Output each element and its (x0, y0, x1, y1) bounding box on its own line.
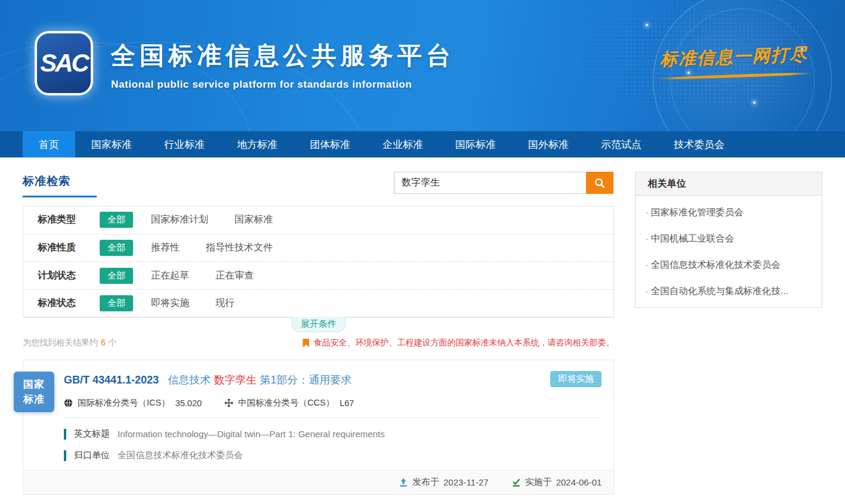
implemented-label: 实施于 (525, 477, 552, 488)
detail-label: 归口单位 (74, 450, 110, 461)
expand-conditions-button[interactable]: 展开条件 (292, 317, 346, 332)
filter-all-button[interactable]: 全部 (100, 295, 133, 311)
site-subtitle: National public service platform for sta… (111, 79, 455, 91)
category-badge-line1: 国家 (23, 377, 45, 392)
nav-item-industry-standards[interactable]: 行业标准 (148, 131, 221, 157)
filter-option-upcoming[interactable]: 即将实施 (151, 297, 189, 310)
filter-option-national-plan[interactable]: 国家标准计划 (151, 214, 208, 226)
sidebar-item-automation-systems-committee[interactable]: 全国自动化系统与集成标准化技... (636, 278, 822, 304)
sparkle-decoration (753, 101, 755, 104)
system-notice: 食品安全、环境保护、工程建设方面的国家标准未纳入本系统，请咨询相关部委。 (303, 338, 614, 348)
nav-item-pilot-demonstration[interactable]: 示范试点 (585, 131, 658, 157)
header-titles: 全国标准信息公共服务平台 National public service pla… (111, 39, 455, 91)
page-content: 标准检索 标准类型 全部 国家标准计划 国家标准 标准性质 (0, 157, 845, 494)
results-count-prefix: 为您找到相关结果约 (23, 338, 98, 347)
main-column: 标准检索 标准类型 全部 国家标准计划 国家标准 标准性质 (23, 157, 614, 494)
filter-option-guiding-technical-doc[interactable]: 指导性技术文件 (206, 242, 273, 254)
ccs-label: 中国标准分类号（CCS） (238, 397, 334, 409)
results-info-bar: 为您找到相关结果约6个 食品安全、环境保护、工程建设方面的国家标准未纳入本系统，… (23, 337, 614, 349)
detail-accent-bar (64, 450, 66, 461)
detail-accent-bar (64, 429, 66, 440)
filter-label: 标准类型 (38, 214, 100, 226)
related-units-list: 国家标准化管理委员会 中国机械工业联合会 全国信息技术标准化技术委员会 全国自动… (636, 196, 822, 304)
implemented-date: 2024-06-01 (556, 477, 602, 487)
compass-icon (224, 398, 233, 407)
category-badge: 国家 标准 (14, 372, 54, 412)
globe-icon (64, 398, 73, 407)
nav-item-group-standards[interactable]: 团体标准 (294, 131, 366, 157)
sparkle-decoration (646, 24, 648, 26)
category-badge-line2: 标准 (23, 392, 45, 407)
results-count: 为您找到相关结果约6个 (23, 338, 117, 348)
header-slogan: 标准信息一网打尽 (645, 42, 823, 81)
filter-row-standard-type: 标准类型 全部 国家标准计划 国家标准 (23, 206, 613, 234)
sidebar-item-it-standardization-committee[interactable]: 全国信息技术标准化技术委员会 (636, 252, 822, 278)
card-divider (64, 418, 602, 418)
sac-logo-text: SAC (40, 49, 88, 78)
results-count-number: 6 (101, 338, 106, 347)
filter-option-under-review[interactable]: 正在审查 (215, 270, 254, 282)
filter-option-recommended[interactable]: 推荐性 (151, 242, 180, 254)
filter-all-button[interactable]: 全部 (100, 268, 133, 284)
search-input[interactable] (394, 172, 586, 194)
ics-value: 35.020 (175, 398, 202, 408)
sac-logo[interactable]: SAC (35, 31, 93, 95)
filter-all-button[interactable]: 全部 (100, 240, 133, 256)
search-section: 标准检索 (23, 157, 614, 206)
card-body: GB/T 43441.1-2023 信息技术 数字孪生 第1部分：通用要求 即将… (23, 360, 613, 461)
ics-label: 国际标准分类号（ICS） (78, 397, 170, 409)
nav-item-technical-committees[interactable]: 技术委员会 (658, 131, 741, 157)
nav-item-foreign-standards[interactable]: 国外标准 (512, 131, 585, 157)
standard-code-link[interactable]: GB/T 43441.1-2023 (64, 374, 159, 386)
filter-option-current[interactable]: 现行 (215, 297, 235, 310)
filter-all-button[interactable]: 全部 (100, 212, 133, 228)
filter-option-drafting[interactable]: 正在起草 (151, 270, 189, 282)
publish-upload-icon (399, 478, 408, 487)
published-date: 2023-11-27 (443, 477, 489, 487)
filter-row-plan-status: 计划状态 全部 正在起草 正在审查 (23, 262, 613, 290)
nav-item-international-standards[interactable]: 国际标准 (439, 131, 512, 157)
search-button[interactable] (586, 172, 613, 194)
sidebar-item-machinery-federation[interactable]: 中国机械工业联合会 (636, 225, 822, 252)
published-date-item: 发布于 2023-11-27 (399, 477, 489, 488)
standard-result-card: 国家 标准 GB/T 43441.1-2023 信息技术 数字孪生 第1部分：通… (23, 360, 614, 494)
published-label: 发布于 (412, 477, 439, 488)
standard-title-segment[interactable]: 信息技术 (168, 374, 211, 386)
classification-row: 国际标准分类号（ICS） 35.020 中国标准分类号（CCS） L67 (64, 397, 602, 409)
nav-item-enterprise-standards[interactable]: 企业标准 (366, 131, 439, 157)
search-box (394, 172, 613, 194)
notice-text: 食品安全、环境保护、工程建设方面的国家标准未纳入本系统，请咨询相关部委。 (313, 338, 614, 348)
nav-item-home[interactable]: 首页 (23, 131, 75, 157)
ccs-value: L67 (340, 398, 354, 408)
search-icon (594, 177, 606, 189)
card-footer: 发布于 2023-11-27 实施于 2024-06-01 (23, 470, 613, 494)
implemented-date-item: 实施于 2024-06-01 (511, 477, 602, 488)
standard-title-highlight[interactable]: 数字孪生 (214, 374, 257, 386)
filter-row-standard-nature: 标准性质 全部 推荐性 指导性技术文件 (23, 234, 613, 262)
filter-label: 标准性质 (38, 242, 100, 254)
related-units-title: 相关单位 (636, 172, 822, 196)
filter-option-national-standard[interactable]: 国家标准 (235, 214, 273, 226)
nav-item-local-standards[interactable]: 地方标准 (221, 131, 294, 157)
detail-label: 英文标题 (74, 428, 110, 440)
sidebar-item-sac[interactable]: 国家标准化管理委员会 (636, 199, 822, 225)
bookmark-icon (303, 339, 309, 348)
filter-label: 标准状态 (38, 297, 100, 310)
site-title: 全国标准信息公共服务平台 (111, 39, 455, 72)
committee-value: 全国信息技术标准化技术委员会 (118, 450, 243, 461)
status-badge: 即将实施 (550, 371, 602, 387)
related-units-panel: 相关单位 国家标准化管理委员会 中国机械工业联合会 全国信息技术标准化技术委员会… (635, 172, 822, 308)
english-title-value: Information technology—Digital twin—Part… (118, 429, 385, 439)
site-header: SAC 全国标准信息公共服务平台 National public service… (0, 0, 845, 131)
section-title-underline (23, 196, 97, 197)
results-count-suffix: 个 (109, 338, 117, 347)
filter-label: 计划状态 (38, 270, 100, 282)
standard-title-row: GB/T 43441.1-2023 信息技术 数字孪生 第1部分：通用要求 即将… (64, 373, 602, 387)
standard-title-segment[interactable]: 第1部分：通用要求 (260, 374, 351, 386)
filter-row-standard-status: 标准状态 全部 即将实施 现行 (23, 290, 613, 318)
filter-panel: 标准类型 全部 国家标准计划 国家标准 标准性质 全部 推荐性 指导性技术文件 … (23, 206, 614, 317)
nav-item-national-standards[interactable]: 国家标准 (75, 131, 148, 157)
section-title: 标准检索 (23, 174, 70, 189)
implement-check-icon (511, 478, 521, 487)
committee-row: 归口单位 全国信息技术标准化技术委员会 (64, 450, 602, 461)
